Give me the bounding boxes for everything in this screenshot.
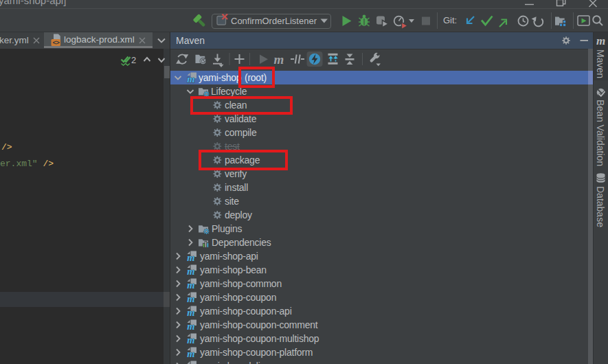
svg-text:m: m bbox=[596, 34, 605, 47]
svg-text:m: m bbox=[274, 52, 284, 67]
svg-text:<>: <> bbox=[53, 39, 60, 47]
